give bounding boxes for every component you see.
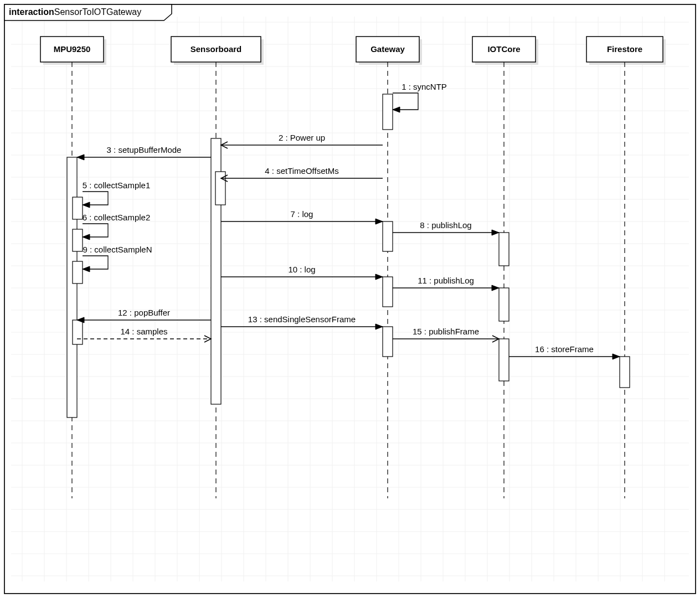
message-label-14: 14 : samples: [120, 327, 167, 336]
message-label-7: 7 : log: [291, 209, 313, 219]
activation-mpu-11: [73, 320, 83, 344]
message-label-15: 15 : publishFrame: [413, 327, 479, 336]
activation-iot-7: [499, 233, 509, 266]
activation-mpu-4: [73, 197, 83, 219]
message-label-2: 2 : Power up: [279, 133, 325, 142]
activation-iot-13: [499, 339, 509, 381]
message-9: [83, 256, 108, 269]
message-label-1: 1 : syncNTP: [402, 82, 447, 91]
message-6: [83, 224, 108, 237]
activation-gw-6: [383, 221, 393, 251]
interaction-frame: [4, 4, 696, 594]
message-label-6: 6 : collectSample2: [83, 213, 151, 222]
message-5: [83, 192, 108, 205]
message-label-9: 9 : collectSampleN: [83, 245, 152, 254]
activation-iot-10: [499, 288, 509, 321]
sequence-diagram: interactionSensorToIOTGatewayMPU9250Sens…: [0, 0, 700, 598]
lifeline-label-sb: Sensorboard: [191, 44, 242, 54]
lifeline-label-gw: Gateway: [370, 44, 405, 54]
activation-mpu-2: [67, 157, 77, 417]
activation-mpu-5: [73, 229, 83, 251]
message-label-12: 12 : popBuffer: [118, 308, 170, 317]
activation-gw-12: [383, 327, 393, 357]
activation-fs-14: [620, 357, 630, 388]
activation-gw-9: [383, 277, 393, 307]
lifeline-label-iot: IOTCore: [487, 44, 520, 54]
lifeline-label-fs: Firestore: [607, 44, 642, 54]
message-label-11: 11 : publishLog: [418, 276, 474, 285]
message-label-5: 5 : collectSample1: [83, 181, 151, 190]
activation-mpu-8: [73, 261, 83, 283]
message-label-10: 10 : log: [288, 265, 315, 274]
message-label-13: 13 : sendSingleSensorFrame: [248, 315, 356, 324]
message-1: [393, 93, 418, 110]
message-label-3: 3 : setupBufferMode: [107, 145, 182, 154]
lifeline-label-mpu: MPU9250: [54, 44, 91, 54]
frame-title: interactionSensorToIOTGateway: [9, 7, 141, 17]
message-label-16: 16 : storeFrame: [535, 344, 594, 354]
message-label-4: 4 : setTimeOffsetMs: [265, 166, 338, 176]
activation-gw-0: [383, 94, 393, 130]
message-label-8: 8 : publishLog: [420, 220, 471, 230]
